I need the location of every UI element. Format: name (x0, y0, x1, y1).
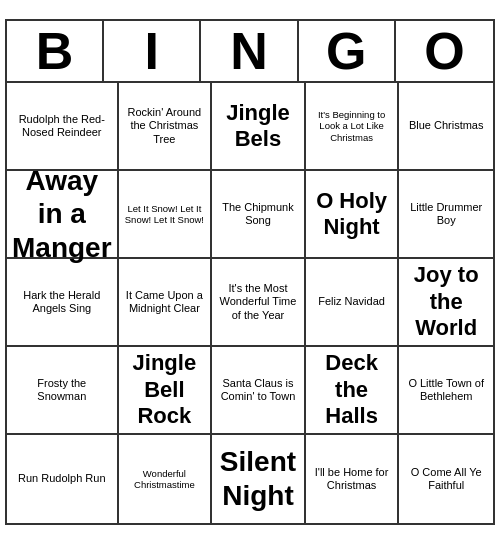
bingo-header-letter: G (299, 21, 396, 81)
bingo-cell: Rudolph the Red-Nosed Reindeer (7, 83, 119, 171)
bingo-card: BINGO Rudolph the Red-Nosed ReindeerRock… (5, 19, 495, 525)
bingo-cell: Run Rudolph Run (7, 435, 119, 523)
bingo-cell: O Holy Night (306, 171, 400, 259)
bingo-cell: Silent Night (212, 435, 306, 523)
bingo-cell: Santa Claus is Comin' to Town (212, 347, 306, 435)
bingo-cell: Jingle Bels (212, 83, 306, 171)
bingo-cell: The Chipmunk Song (212, 171, 306, 259)
bingo-cell: It Came Upon a Midnight Clear (119, 259, 213, 347)
bingo-cell: Deck the Halls (306, 347, 400, 435)
bingo-cell: It's Beginning to Look a Lot Like Christ… (306, 83, 400, 171)
bingo-cell: O Come All Ye Faithful (399, 435, 493, 523)
bingo-cell: Frosty the Snowman (7, 347, 119, 435)
bingo-header-letter: I (104, 21, 201, 81)
bingo-cell: Hark the Herald Angels Sing (7, 259, 119, 347)
bingo-header-letter: O (396, 21, 493, 81)
bingo-cell: Jingle Bell Rock (119, 347, 213, 435)
bingo-cell: Wonderful Christmastime (119, 435, 213, 523)
bingo-cell: Away in a Manger (7, 171, 119, 259)
bingo-header-letter: N (201, 21, 298, 81)
bingo-cell: Feliz Navidad (306, 259, 400, 347)
bingo-cell: Joy to the World (399, 259, 493, 347)
bingo-cell: Let It Snow! Let It Snow! Let It Snow! (119, 171, 213, 259)
bingo-cell: I'll be Home for Christmas (306, 435, 400, 523)
bingo-cell: Rockin' Around the Christmas Tree (119, 83, 213, 171)
bingo-cell: Little Drummer Boy (399, 171, 493, 259)
bingo-cell: Blue Christmas (399, 83, 493, 171)
bingo-header-letter: B (7, 21, 104, 81)
bingo-grid: Rudolph the Red-Nosed ReindeerRockin' Ar… (7, 83, 493, 523)
bingo-cell: It's the Most Wonderful Time of the Year (212, 259, 306, 347)
bingo-header: BINGO (7, 21, 493, 83)
bingo-cell: O Little Town of Bethlehem (399, 347, 493, 435)
